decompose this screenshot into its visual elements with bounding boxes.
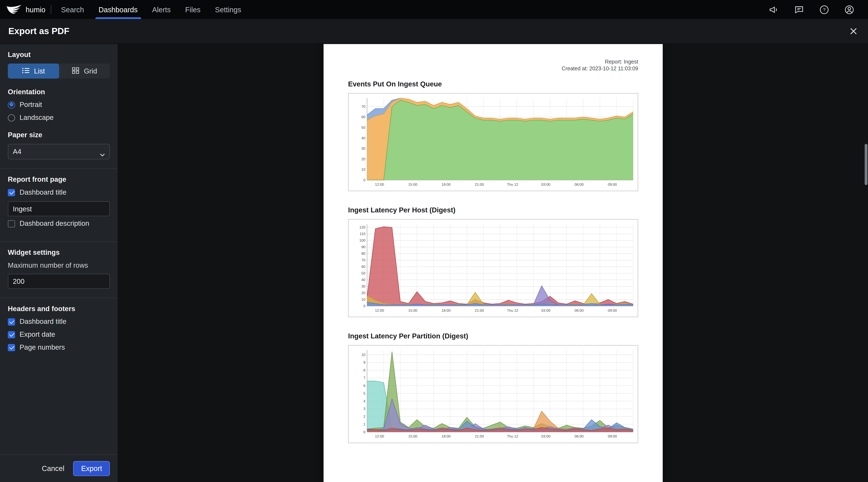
layout-group: Layout List Grid Orientation Portrait	[0, 44, 118, 169]
paper-size-select[interactable]: A4	[8, 144, 110, 159]
report-meta: Report: Ingest Created at: 2023-10-12 11…	[348, 59, 638, 72]
svg-text:40: 40	[361, 136, 365, 140]
layout-grid-label: Grid	[84, 67, 97, 75]
app-root: humio Search Dashboards Alerts Files Set…	[0, 0, 868, 482]
front-dashboard-title-label: Dashboard title	[20, 189, 66, 196]
nav-item-search[interactable]: Search	[54, 0, 91, 19]
chart-events-put-on-ingest-queue: 01020304050607012:0015:0018:0021:00Thu 1…	[348, 93, 638, 191]
svg-text:15:00: 15:00	[408, 309, 417, 313]
nav-right-icons: ?	[769, 4, 862, 15]
dashboard-title-input[interactable]	[8, 201, 110, 216]
nav-item-settings[interactable]: Settings	[208, 0, 248, 19]
front-dashboard-title-option[interactable]: Dashboard title	[8, 189, 110, 196]
svg-text:20: 20	[361, 291, 365, 295]
svg-text:Thu 12: Thu 12	[507, 183, 518, 187]
svg-text:21:00: 21:00	[475, 183, 484, 187]
svg-text:21:00: 21:00	[475, 309, 484, 313]
front-dashboard-description-checkbox[interactable]	[8, 220, 15, 227]
layout-heading: Layout	[8, 51, 110, 59]
portrait-radio[interactable]	[8, 101, 15, 108]
svg-text:03:00: 03:00	[541, 435, 550, 438]
portrait-label: Portrait	[20, 101, 42, 109]
landscape-radio[interactable]	[8, 114, 15, 121]
hf-dashboard-title-option[interactable]: Dashboard title	[8, 318, 110, 325]
svg-text:10: 10	[361, 353, 365, 357]
svg-text:Thu 12: Thu 12	[507, 435, 518, 438]
nav-item-files[interactable]: Files	[178, 0, 208, 19]
falcon-logo-icon[interactable]	[5, 3, 22, 16]
svg-text:09:00: 09:00	[608, 435, 617, 438]
svg-text:20: 20	[361, 157, 365, 161]
pdf-preview-page: Report: Ingest Created at: 2023-10-12 11…	[323, 44, 663, 482]
chart-title-latency-host: Ingest Latency Per Host (Digest)	[348, 206, 638, 214]
svg-text:03:00: 03:00	[541, 309, 550, 313]
help-icon[interactable]: ?	[819, 4, 830, 15]
svg-text:70: 70	[361, 258, 365, 262]
scrollbar-thumb[interactable]	[865, 144, 867, 185]
svg-text:15:00: 15:00	[408, 435, 417, 438]
front-dashboard-title-checkbox[interactable]	[8, 189, 15, 196]
announcement-icon[interactable]	[769, 4, 779, 15]
list-icon	[22, 67, 30, 75]
hf-dashboard-title-checkbox[interactable]	[8, 318, 15, 325]
nav-divider	[51, 5, 52, 14]
dialog-title: Export as PDF	[8, 26, 69, 36]
report-front-page-group: Report front page Dashboard title Dashbo…	[0, 169, 118, 242]
account-icon[interactable]	[844, 4, 855, 15]
cancel-button[interactable]: Cancel	[42, 464, 64, 473]
headers-footers-group: Headers and footers Dashboard title Expo…	[0, 298, 118, 365]
hf-page-numbers-checkbox[interactable]	[8, 344, 15, 351]
feedback-icon[interactable]	[794, 4, 804, 15]
max-rows-label: Maximum number of rows	[8, 261, 110, 269]
svg-text:110: 110	[360, 232, 365, 236]
svg-text:18:00: 18:00	[441, 435, 451, 438]
hf-page-numbers-option[interactable]: Page numbers	[8, 344, 110, 351]
chart-ingest-latency-per-partition: 01234567891012:0015:0018:0021:00Thu 1203…	[348, 345, 638, 443]
svg-text:9: 9	[364, 360, 366, 364]
svg-text:120: 120	[360, 225, 366, 229]
svg-text:2: 2	[364, 415, 366, 419]
max-rows-input[interactable]	[8, 274, 110, 289]
svg-text:06:00: 06:00	[575, 435, 584, 438]
svg-text:09:00: 09:00	[608, 183, 617, 187]
front-dashboard-description-option[interactable]: Dashboard description	[8, 220, 110, 227]
svg-text:40: 40	[361, 278, 365, 282]
svg-text:18:00: 18:00	[441, 309, 451, 313]
svg-text:30: 30	[361, 147, 365, 151]
brand-name: humio	[26, 5, 45, 13]
svg-text:4: 4	[364, 399, 366, 403]
hf-export-date-option[interactable]: Export date	[8, 330, 110, 339]
hf-export-date-label: Export date	[20, 330, 55, 339]
layout-segmented-control: List Grid	[8, 64, 110, 78]
svg-text:21:00: 21:00	[475, 435, 484, 438]
nav-item-dashboards[interactable]: Dashboards	[91, 0, 145, 19]
hf-export-date-checkbox[interactable]	[8, 331, 15, 338]
chart-ingest-latency-per-host: 010203040506070809010011012012:0015:0018…	[348, 219, 638, 317]
nav-item-alerts[interactable]: Alerts	[145, 0, 178, 19]
layout-grid-button[interactable]: Grid	[59, 64, 110, 78]
svg-text:0: 0	[364, 304, 366, 308]
svg-text:3: 3	[364, 407, 366, 411]
close-icon[interactable]	[847, 25, 860, 37]
widget-settings-group: Widget settings Maximum number of rows	[0, 242, 118, 298]
export-button[interactable]: Export	[73, 461, 110, 476]
svg-text:50: 50	[361, 271, 365, 275]
landscape-label: Landscape	[20, 114, 54, 122]
orientation-landscape-option[interactable]: Landscape	[8, 114, 110, 122]
svg-text:1: 1	[364, 422, 366, 426]
svg-text:0: 0	[364, 430, 366, 434]
paper-size-select-wrap: A4	[8, 144, 110, 159]
report-created-line: Created at: 2023-10-12 11:03:09	[348, 65, 638, 72]
layout-list-button[interactable]: List	[8, 64, 59, 78]
svg-text:30: 30	[361, 284, 365, 288]
orientation-portrait-option[interactable]: Portrait	[8, 101, 110, 109]
svg-text:80: 80	[361, 252, 365, 256]
export-dialog-header: Export as PDF	[0, 19, 868, 44]
grid-icon	[72, 67, 80, 75]
svg-text:06:00: 06:00	[575, 183, 584, 187]
svg-text:12:00: 12:00	[375, 309, 384, 313]
preview-backdrop: Report: Ingest Created at: 2023-10-12 11…	[118, 44, 868, 482]
svg-text:0: 0	[364, 178, 366, 182]
front-dashboard-description-label: Dashboard description	[20, 220, 89, 227]
export-settings-panel: Layout List Grid Orientation Portrait	[0, 44, 118, 482]
